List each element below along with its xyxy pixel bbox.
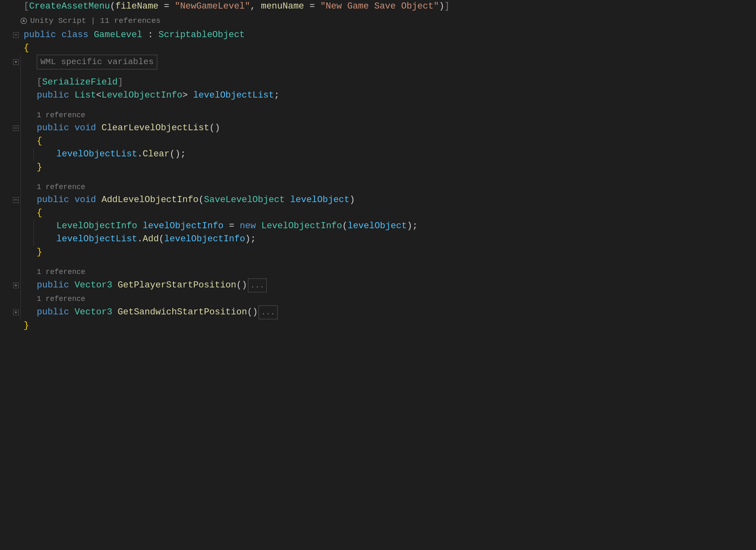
indent-guide-fd [20,89,33,102]
meta-text: Unity Script | 11 references [30,13,161,29]
m3-parens: () [236,279,247,292]
colon: : [142,29,158,42]
ref3-text: 1 reference [33,265,756,278]
method1-sig-line: − public void ClearLevelObjectList() [0,122,756,135]
ref2-line: 1 reference [0,180,756,194]
gutter-class: − [0,29,20,42]
spacer-2 [0,102,756,109]
param-menuname-key: menuName [261,0,304,13]
collapse-method1-icon[interactable]: − [13,125,19,131]
m4-space [112,306,118,319]
code-attribute: [CreateAssetMenu(fileName = "NewGameLeve… [20,0,756,13]
indent-guide-ref1 [20,109,33,122]
gutter-m1sig: − [0,122,20,135]
close-brace-class-line: } [0,319,756,332]
region-label: WML specific variables [37,55,157,69]
method2-body2-text: levelObjectList.Add(levelObjectInfo); [53,233,756,246]
sf-bracket-close: ] [118,76,123,89]
m2-public: public [37,194,74,207]
ref3-hint: 1 reference [37,265,85,278]
m3-public: public [37,279,74,292]
indent-guide-m1close [20,161,33,174]
gutter-m2open [0,207,20,220]
meta-info-line: Unity Script | 11 references [0,13,756,29]
indent-guide-m3sig [20,278,33,292]
gutter-sf [0,76,20,89]
brace-open-class: { [24,42,29,55]
gutter-m1body [0,148,20,161]
gutter-m2b1 [0,220,20,233]
spacer-1 [0,69,756,76]
m1-brace-open: { [37,135,42,148]
m1-parens: () [209,122,220,135]
base-class: ScriptableObject [158,29,245,42]
m2-space2 [137,220,143,233]
gutter-cbc [0,319,20,332]
m3-collapsed[interactable]: ... [248,278,267,292]
field-decl-text: public List<LevelObjectInfo> levelObject… [33,89,756,102]
serialize-field-line: [SerializeField] [0,76,756,89]
m2-new-paren-open: ( [342,220,348,233]
collapse-method3-icon[interactable]: + [13,283,19,288]
indent-guide-m4sig [20,305,33,319]
indent-guide-ref2 [20,180,33,194]
class-decl-line: − public class GameLevel : ScriptableObj… [0,29,756,42]
gutter-ref3 [0,265,20,278]
m2-brace-open: { [37,207,42,220]
gutter-ref1 [0,109,20,122]
ref4-hint: 1 reference [37,292,85,305]
unity-icon [20,18,27,24]
m2-b2-add: Add [143,233,159,246]
m4-name: GetSandwichStartPosition [118,306,247,319]
sf-bracket-open: [ [37,76,42,89]
m2-paren-open: ( [198,194,204,207]
gutter-m2close [0,246,20,259]
class-decl-text: public class GameLevel : ScriptableObjec… [20,29,756,42]
gutter-1 [0,0,20,13]
indent-guide-sp1 [20,69,33,76]
close-brace-class-text: } [20,319,756,332]
param-filename-key: fileName [115,0,158,13]
m2-loi-type: LevelObjectInfo [56,220,137,233]
collapse-method4-icon[interactable]: + [13,310,19,315]
method1-open-text: { [33,135,756,148]
indent-guide-m2b1-inner [33,220,34,233]
m1-void: void [74,122,101,135]
class-name: GameLevel [94,29,143,42]
method4-sig-line: + public Vector3 GetSandwichStartPositio… [0,305,756,319]
collapse-class-icon[interactable]: − [13,32,19,38]
open-brace-class: { [20,42,756,55]
indent-guide-sf [20,76,33,89]
param-menuname-val: "New Game Save Object" [320,0,439,13]
spacer-4 [0,259,756,265]
attribute-line: [CreateAssetMenu(fileName = "NewGameLeve… [0,0,756,13]
fd-type: LevelObjectInfo [101,89,182,102]
bracket-close: ] [444,0,450,13]
m2-b2-listvar: levelObjectList [56,233,137,246]
gutter-ref2 [0,180,20,194]
indent-guide-m2sig [20,194,33,207]
ref1-text: 1 reference [33,109,756,122]
m2-loi-var: levelObjectInfo [143,220,223,233]
method2-sig-line: − public void AddLevelObjectInfo(SaveLev… [0,194,756,207]
class-brace-close: } [24,319,29,332]
indent-guide-ref3 [20,265,33,278]
gutter-m2sig: − [0,194,20,207]
collapse-method2-icon[interactable]: − [13,197,19,203]
method1-sig-text: public void ClearLevelObjectList() [33,122,756,135]
m4-public: public [37,306,74,319]
m1-public: public [37,122,74,135]
m2-brace-close: } [37,246,42,259]
collapse-region-icon[interactable]: + [13,59,19,65]
sf-name: SerializeField [42,76,118,89]
method4-sig-text: public Vector3 GetSandwichStartPosition(… [33,305,756,319]
indent-guide-m2open [20,207,33,220]
m4-collapsed[interactable]: ... [259,305,277,319]
ref2-hint: 1 reference [37,180,85,194]
bracket-open: [ [24,0,29,13]
method3-sig-text: public Vector3 GetPlayerStartPosition().… [33,278,756,292]
indent-guide-m2close [20,246,33,259]
fd-semi: ; [274,89,279,102]
m2-assign: = [223,220,240,233]
indent-guide-sp4 [20,259,33,265]
